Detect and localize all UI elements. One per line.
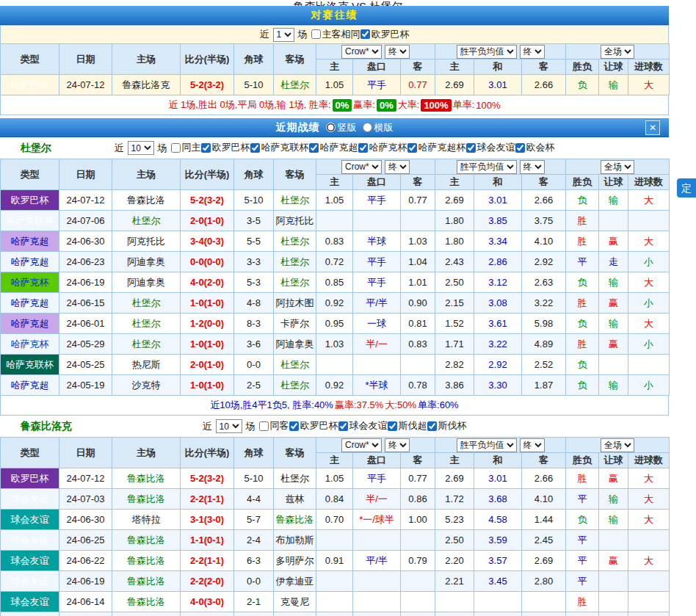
odds-time-select[interactable]: 终: [520, 160, 545, 174]
score-cell[interactable]: 5-2(3-2): [181, 75, 234, 95]
score-cell[interactable]: 1-0(1-0): [181, 334, 234, 355]
score-cell[interactable]: 2-2(1-1): [181, 489, 234, 510]
odds-time-select[interactable]: 终: [520, 45, 545, 59]
pin-side-tab[interactable]: 定: [677, 178, 696, 198]
checkbox-input[interactable]: [360, 29, 370, 39]
period-select[interactable]: 全场: [601, 45, 634, 59]
score-cell[interactable]: 0-0(0-0): [181, 252, 234, 272]
handicap-time-select[interactable]: 终: [385, 160, 410, 174]
filter-checkbox[interactable]: 哈萨克超杯: [407, 141, 466, 154]
team2-name: 鲁森比洛克: [21, 420, 72, 433]
team1-count-select[interactable]: 10: [128, 141, 154, 155]
filter-checkbox[interactable]: 欧罗巴杯: [201, 141, 250, 154]
filter-checkbox[interactable]: 哈萨克杯: [358, 141, 407, 154]
checkbox-input[interactable]: [309, 143, 319, 153]
score-cell[interactable]: 3-4(0-3): [181, 231, 234, 252]
bookmaker-select[interactable]: Crow*: [341, 45, 382, 59]
away-team-cell[interactable]: 杜堡尔: [274, 272, 316, 293]
checkbox-input[interactable]: [338, 421, 348, 431]
home-team-cell[interactable]: 鲁森比洛: [112, 489, 181, 510]
score-cell[interactable]: 2-2(1-1): [181, 551, 234, 571]
checkbox-input[interactable]: [171, 143, 181, 153]
h2h-count-select[interactable]: 1: [273, 28, 294, 42]
handicap-cell: 半球: [353, 231, 401, 252]
vertical-radio[interactable]: [326, 123, 336, 132]
filter-checkbox[interactable]: 球会友谊: [466, 141, 515, 154]
filter-checkbox[interactable]: 哈萨克超: [309, 141, 358, 154]
checkbox-input[interactable]: [311, 29, 321, 39]
layout-radio-vertical[interactable]: 竖版: [326, 121, 357, 134]
checkbox-input[interactable]: [407, 143, 417, 153]
filter-checkbox[interactable]: 哈萨克联杯: [250, 141, 309, 154]
away-team-cell[interactable]: 杜堡尔: [274, 355, 316, 375]
checkbox-input[interactable]: [388, 421, 397, 431]
score-cell[interactable]: 4-0(3-0): [181, 592, 234, 612]
away-team-cell[interactable]: 杜堡尔: [274, 252, 316, 272]
handicap-result-cell: 赢: [599, 468, 628, 489]
filter-checkbox[interactable]: 斯伐杯: [427, 419, 467, 432]
filter-checkbox[interactable]: 主客相同: [311, 28, 360, 41]
checkbox-input[interactable]: [427, 421, 437, 431]
checkbox-input[interactable]: [466, 143, 476, 153]
home-team-cell[interactable]: 杜堡尔: [112, 293, 181, 314]
away-team-cell[interactable]: 杜堡尔: [274, 190, 316, 211]
goals-cell: 小: [628, 293, 670, 314]
team2-count-select[interactable]: 10: [216, 419, 242, 433]
home-team-cell[interactable]: 鲁森比洛: [112, 551, 181, 571]
close-icon[interactable]: ✕: [645, 120, 660, 135]
checkbox-input[interactable]: [259, 421, 269, 431]
score-cell[interactable]: 2-0(1-0): [181, 211, 234, 231]
away-team-cell[interactable]: 杜堡尔: [274, 231, 316, 252]
odds-type-select[interactable]: 胜平负均值: [457, 160, 517, 174]
period-select[interactable]: 全场: [601, 160, 634, 174]
filter-checkbox[interactable]: 斯伐超: [388, 419, 427, 432]
checkbox-input[interactable]: [289, 421, 299, 431]
away-team-cell[interactable]: 鲁森比洛: [274, 612, 316, 616]
score-cell[interactable]: 1-0(1-0): [181, 293, 234, 314]
filter-checkbox[interactable]: 欧罗巴杯: [360, 28, 410, 41]
score-cell[interactable]: 1-1(0-1): [181, 530, 234, 551]
checkbox-input[interactable]: [358, 143, 368, 153]
score-cell[interactable]: 5-2(3-2): [181, 468, 234, 489]
checkbox-input[interactable]: [201, 143, 211, 153]
score-cell[interactable]: 5-2(3-2): [181, 190, 234, 211]
home-team-cell[interactable]: 鲁森比洛: [112, 571, 181, 592]
home-team-cell[interactable]: 杜堡尔: [112, 334, 181, 355]
score-cell[interactable]: 2-2(2-0): [181, 571, 234, 592]
filter-checkbox[interactable]: 欧会杯: [515, 141, 555, 154]
home-team-cell[interactable]: 鲁森比洛: [112, 468, 181, 489]
handicap-time-select[interactable]: 终: [385, 45, 410, 59]
odds-time-select[interactable]: 终: [520, 438, 545, 452]
score-cell[interactable]: 4-0(2-0): [181, 272, 234, 293]
filter-checkbox[interactable]: 同客: [259, 419, 289, 432]
home-team-cell[interactable]: 鲁森比洛: [112, 530, 181, 551]
period-select[interactable]: 全场: [601, 438, 634, 452]
away-team-cell[interactable]: 杜堡尔: [274, 375, 316, 396]
odds-type-select[interactable]: 胜平负均值: [457, 45, 517, 59]
bookmaker-select[interactable]: Crow*: [341, 160, 382, 174]
home-team-cell[interactable]: 鲁森比洛: [112, 592, 181, 612]
handicap-cell: [353, 530, 401, 551]
home-team-cell[interactable]: 杜堡尔: [112, 211, 181, 231]
horizontal-radio[interactable]: [363, 123, 372, 132]
handicap-cell: 平手: [353, 75, 401, 95]
handicap-time-select[interactable]: 终: [385, 438, 410, 452]
score-cell[interactable]: 2-0(1-0): [181, 355, 234, 375]
score-cell[interactable]: 1-0(1-0): [181, 375, 234, 396]
filter-checkbox[interactable]: 球会友谊: [338, 419, 388, 432]
score-cell[interactable]: 5-1(3-1): [181, 612, 234, 616]
away-team-cell[interactable]: 鲁森比洛: [274, 510, 316, 530]
checkbox-input[interactable]: [250, 143, 260, 153]
away-team-cell: 伊拿迪亚: [274, 571, 316, 592]
layout-radio-horizontal[interactable]: 横版: [363, 121, 394, 134]
bookmaker-select[interactable]: Crow*: [341, 438, 382, 452]
odds-type-select[interactable]: 胜平负均值: [457, 438, 517, 452]
filter-checkbox[interactable]: 同主: [171, 141, 201, 154]
score-cell[interactable]: 1-2(0-0): [181, 314, 234, 334]
home-team-cell[interactable]: 杜堡尔: [112, 314, 181, 334]
score-cell[interactable]: 3-1(3-0): [181, 510, 234, 530]
away-team-cell[interactable]: 杜堡尔: [274, 75, 316, 95]
filter-checkbox[interactable]: 欧罗巴杯: [289, 419, 338, 432]
odds-away-cell: 0.81: [401, 314, 435, 334]
checkbox-input[interactable]: [515, 143, 525, 153]
